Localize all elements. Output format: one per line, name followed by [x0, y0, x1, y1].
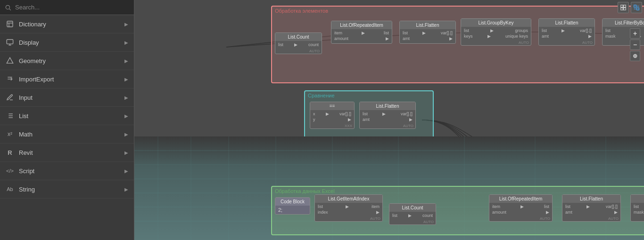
sidebar-item-importexport[interactable]: ImportExport ▶ — [0, 70, 134, 88]
node-equal[interactable]: == x▶var[].[] y▶ XXX — [310, 102, 355, 129]
node-code-block[interactable]: Code Block 2; — [275, 197, 310, 215]
svg-rect-21 — [637, 8, 639, 10]
sidebar-item-label: Revit — [19, 149, 33, 156]
sidebar-item-string[interactable]: Ab String ▶ — [0, 180, 134, 199]
chevron-right-icon: ▶ — [124, 168, 128, 174]
display-icon — [6, 38, 14, 47]
sidebar-item-label: List — [19, 112, 28, 120]
canvas-area[interactable]: + − ⊕ Обработка элементов List.Count lis… — [134, 0, 644, 240]
node-header: == — [310, 102, 354, 110]
node-list-flatten-1[interactable]: List.Flatten list▶var[].[] amt▶ — [399, 21, 456, 44]
svg-rect-19 — [624, 8, 626, 10]
node-header: List.Flatten — [360, 102, 415, 110]
search-input[interactable] — [15, 4, 129, 11]
revit-icon: R — [6, 148, 14, 157]
sidebar-item-revit[interactable]: R Revit ▶ — [0, 144, 134, 162]
zoom-out-button[interactable]: − — [630, 40, 640, 50]
group-label-obrabotka: Обработка элементов — [275, 8, 328, 14]
node-list-count-2[interactable]: List.Count list▶count AUTO — [389, 203, 436, 225]
sidebar-item-math[interactable]: x² Math ▶ — [0, 125, 134, 144]
sidebar-item-label: Geometry — [19, 57, 46, 64]
script-icon: </> — [6, 167, 14, 175]
chevron-right-icon: ▶ — [124, 95, 128, 100]
sidebar-item-label: Display — [19, 39, 39, 46]
chevron-right-icon: ▶ — [124, 132, 128, 137]
group-label-sravnenie: Сравнение — [308, 93, 335, 98]
node-header: List.OfRepeatedItem — [489, 195, 552, 203]
node-list-flatten-3[interactable]: List.Flatten list▶var[].[] amt▶ AUTO — [359, 102, 416, 129]
node-header: List.OfRepeatedItem — [331, 21, 392, 29]
node-list-ofrepitem-2[interactable]: List.OfRepeatedItem item▶list amount▶ AU… — [489, 194, 553, 222]
node-header: List.Flatten — [562, 195, 620, 203]
zoom-controls: + − ⊕ — [630, 28, 640, 61]
sidebar-item-script[interactable]: </> Script ▶ — [0, 162, 134, 180]
list-icon — [6, 112, 14, 120]
sidebar-item-label: Input — [19, 94, 33, 101]
group-obrabotka-excel: Обработка данных Excel Code Block 2; Lis… — [271, 186, 644, 235]
sidebar-item-display[interactable]: Display ▶ — [0, 33, 134, 52]
svg-rect-5 — [7, 40, 13, 44]
sidebar-item-label: String — [19, 186, 35, 193]
node-list-flatten-2[interactable]: List.Flatten list▶var[].[] amt▶ AUTO — [538, 18, 595, 46]
node-list-ofrepitem[interactable]: List.OfRepeatedItem item▶list amount▶ — [331, 21, 392, 44]
input-icon — [6, 93, 14, 102]
search-icon — [5, 4, 11, 11]
toolbar-icons — [618, 2, 642, 13]
node-list-flatten-4[interactable]: List.Flatten list▶var[].[] amt▶ AUTO — [562, 194, 621, 222]
node-list-getitem[interactable]: List.GetItemAtIndex list▶item index▶ AUT… — [314, 194, 383, 222]
chevron-right-icon: ▶ — [124, 187, 128, 192]
zoom-in-button[interactable]: + — [630, 28, 640, 39]
dictionary-icon — [6, 20, 14, 28]
chevron-right-icon: ▶ — [124, 77, 128, 82]
svg-rect-18 — [621, 8, 623, 10]
chevron-right-icon: ▶ — [124, 150, 128, 155]
math-icon: x² — [6, 130, 14, 138]
node-header: List.GetItemAtIndex — [315, 195, 382, 203]
toolbar-icon-1[interactable] — [618, 2, 629, 13]
node-header: List.Count — [389, 204, 436, 212]
node-header: List.Count — [275, 33, 322, 41]
string-icon: Ab — [6, 185, 14, 193]
node-header: List.GroupByKey — [461, 19, 531, 27]
sidebar-item-label: Math — [19, 131, 33, 138]
node-list-filterbool-2[interactable]: List.FilterByBoolMask list▶in mask▶out A… — [630, 194, 644, 222]
node-list-groupbykey[interactable]: List.GroupByKey list▶groups keys▶unique … — [461, 18, 531, 46]
geometry-icon — [6, 56, 14, 65]
search-bar[interactable] — [0, 0, 134, 15]
sidebar-item-label: Script — [19, 168, 34, 175]
svg-point-0 — [6, 5, 9, 9]
sidebar-item-dictionary[interactable]: Dictionary ▶ — [0, 15, 134, 33]
svg-rect-20 — [634, 5, 636, 8]
sidebar: Dictionary ▶ Display ▶ Geometry ▶ Import… — [0, 0, 134, 240]
sidebar-item-geometry[interactable]: Geometry ▶ — [0, 52, 134, 70]
sidebar-item-input[interactable]: Input ▶ — [0, 88, 134, 107]
svg-rect-16 — [621, 5, 623, 8]
node-header: List.Flatten — [400, 21, 455, 29]
sidebar-item-label: Dictionary — [19, 21, 46, 28]
svg-line-1 — [9, 8, 11, 10]
node-header: Code Block — [275, 198, 310, 206]
sidebar-item-label: ImportExport — [19, 76, 54, 83]
node-header: List.Flatten — [539, 19, 594, 27]
group-obrabotka-elementov: Обработка элементов List.Count list▶coun… — [271, 6, 644, 83]
chevron-right-icon: ▶ — [124, 113, 128, 119]
chevron-right-icon: ▶ — [124, 58, 128, 64]
importexport-icon — [6, 75, 14, 83]
node-list-count[interactable]: List.Count list▶count AUTO — [275, 32, 322, 54]
sidebar-item-list[interactable]: List ▶ — [0, 107, 134, 125]
toolbar-icon-2[interactable] — [631, 2, 642, 13]
node-header: List.FilterByBoolMask — [603, 19, 644, 27]
chevron-right-icon: ▶ — [124, 22, 128, 27]
chevron-right-icon: ▶ — [124, 40, 128, 45]
group-label-excel: Обработка данных Excel — [275, 188, 335, 194]
zoom-fit-button[interactable]: ⊕ — [630, 51, 640, 61]
svg-rect-17 — [624, 5, 626, 8]
svg-rect-2 — [7, 21, 13, 27]
node-header: List.FilterByBoolMask — [631, 195, 644, 203]
